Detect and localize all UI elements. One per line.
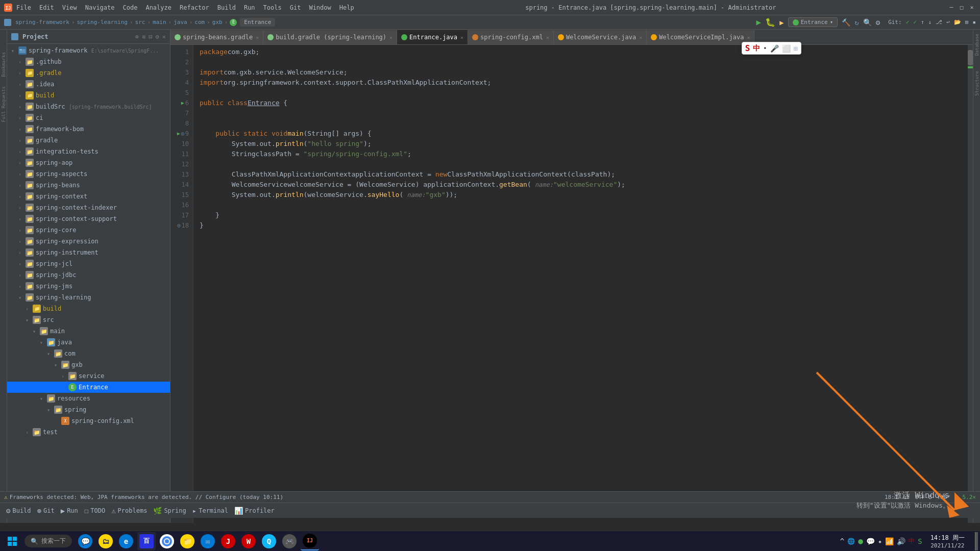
menu-run[interactable]: Run bbox=[244, 4, 255, 11]
tree-spring-jms[interactable]: › 📁 spring-jms bbox=[7, 281, 170, 292]
git-arrow-down[interactable]: ↓ bbox=[928, 19, 932, 26]
git-checkmark1[interactable]: ✓ bbox=[906, 19, 910, 26]
taskbar-app-browser-ie[interactable]: e bbox=[117, 532, 135, 550]
close-entrance-java[interactable]: ✕ bbox=[460, 35, 463, 40]
menu-build[interactable]: Build bbox=[217, 4, 236, 11]
breadcrumb-src[interactable]: src bbox=[135, 19, 145, 26]
tray-bluetooth[interactable]: ✦ bbox=[878, 537, 882, 545]
collapse-all-icon[interactable]: ≡ bbox=[142, 33, 145, 40]
problems-toolbar-btn[interactable]: ⚠ Problems bbox=[109, 506, 149, 516]
taskbar-app-wps[interactable]: W bbox=[239, 532, 258, 550]
close-panel-icon[interactable]: ✕ bbox=[162, 33, 166, 40]
ime-settings[interactable]: ⊞ bbox=[794, 44, 798, 53]
tab-entrance-java[interactable]: Entrance.java ✕ bbox=[397, 30, 468, 44]
search-action[interactable]: 🔍 bbox=[863, 18, 872, 27]
tab-welcome-service-impl[interactable]: WelcomeServiceImpl.java ✕ bbox=[647, 30, 754, 44]
menu-edit[interactable]: Edit bbox=[39, 4, 54, 11]
build-action[interactable]: 🔨 bbox=[842, 18, 850, 27]
tree-build[interactable]: › 📁 build bbox=[7, 90, 170, 101]
database-tab[interactable]: Database bbox=[974, 34, 979, 56]
breadcrumb-spring-framework[interactable]: spring-framework bbox=[15, 19, 69, 26]
tree-sl-service[interactable]: › 📁 service bbox=[7, 370, 170, 382]
ime-mic[interactable]: 🎤 bbox=[770, 44, 779, 53]
breadcrumb-gxb[interactable]: gxb bbox=[212, 19, 223, 26]
taskbar-app-red[interactable]: J bbox=[219, 532, 237, 550]
taskbar-app-chat[interactable]: 💬 bbox=[76, 532, 94, 550]
ime-lang-indicator[interactable]: 中 bbox=[753, 44, 760, 53]
git-branch[interactable]: ⎇ bbox=[936, 19, 942, 26]
tree-sl-spring-folder[interactable]: ▾ 📁 spring bbox=[7, 404, 170, 415]
tree-gradle-dot[interactable]: › 📁 .gradle bbox=[7, 67, 170, 79]
tree-spring-context-indexer[interactable]: › 📁 spring-context-indexer bbox=[7, 202, 170, 213]
tree-spring-context[interactable]: › 📁 spring-context bbox=[7, 191, 170, 202]
tree-sl-test[interactable]: › 📁 test bbox=[7, 427, 170, 438]
tree-spring-context-support[interactable]: › 📁 spring-context-support bbox=[7, 213, 170, 224]
indent-type[interactable]: Tab* bbox=[937, 494, 951, 500]
git-push-info[interactable]: ↑ 5.2× bbox=[955, 494, 976, 500]
tray-expand[interactable]: ^ bbox=[840, 537, 844, 545]
close-button[interactable]: ✕ bbox=[968, 4, 976, 12]
sync-action[interactable]: ↻ bbox=[854, 18, 859, 27]
tree-spring-aop[interactable]: › 📁 spring-aop bbox=[7, 157, 170, 168]
start-button[interactable] bbox=[2, 532, 22, 550]
run-config-dropdown[interactable]: Entrance ▾ bbox=[788, 17, 838, 27]
breadcrumb-main[interactable]: main bbox=[153, 19, 166, 26]
git-toolbar-btn[interactable]: ⊛ Git bbox=[35, 506, 57, 516]
bookmarks-tab[interactable]: Bookmarks bbox=[0, 50, 7, 79]
breadcrumb-java[interactable]: java bbox=[174, 19, 187, 26]
run-button[interactable]: ▶ bbox=[756, 17, 762, 27]
tree-sl-build[interactable]: › 📁 build bbox=[7, 303, 170, 314]
menu-tools[interactable]: Tools bbox=[263, 4, 282, 11]
menu-file[interactable]: File bbox=[16, 4, 31, 11]
layout-action[interactable]: ⊞ bbox=[965, 19, 969, 26]
close-welcome-service-impl[interactable]: ✕ bbox=[747, 35, 750, 40]
maximize-button[interactable]: □ bbox=[958, 4, 966, 12]
system-clock[interactable]: 14:18 周一 2021/11/22 bbox=[926, 534, 969, 549]
ime-grid[interactable]: ⬜ bbox=[782, 44, 791, 53]
breadcrumb-com[interactable]: com bbox=[194, 19, 205, 26]
tree-sl-src[interactable]: ▾ 📁 src bbox=[7, 314, 170, 325]
charset[interactable]: UTF-8 bbox=[915, 494, 932, 500]
breadcrumb-entrance[interactable]: Entrance bbox=[240, 18, 275, 27]
run-toolbar-btn[interactable]: ▶ Run bbox=[59, 506, 80, 516]
close-welcome-service[interactable]: ✕ bbox=[639, 35, 642, 40]
tray-ime[interactable]: 中 bbox=[909, 537, 915, 545]
spring-toolbar-btn[interactable]: 🌿 Spring bbox=[151, 506, 188, 516]
tree-ci[interactable]: › 📁 ci bbox=[7, 112, 170, 123]
tree-sl-resources[interactable]: ▾ 📁 resources bbox=[7, 393, 170, 404]
show-desktop-btn[interactable] bbox=[975, 532, 978, 550]
close-spring-config-xml[interactable]: ✕ bbox=[546, 35, 549, 40]
menu-help[interactable]: Help bbox=[339, 4, 354, 11]
taskbar-app-explorer[interactable]: 📁 bbox=[178, 532, 197, 550]
taskbar-app-intellij[interactable]: IJ bbox=[301, 532, 319, 550]
menu-view[interactable]: View bbox=[62, 4, 77, 11]
taskbar-app-mail[interactable]: ✉ bbox=[199, 532, 217, 550]
cursor-position[interactable]: 18:1 bbox=[885, 494, 898, 500]
tray-speaker[interactable]: 🔊 bbox=[897, 537, 905, 545]
todo-toolbar-btn[interactable]: ☐ TODO bbox=[82, 506, 107, 516]
tree-spring-aspects[interactable]: › 📁 spring-aspects bbox=[7, 168, 170, 180]
full-requests-tab[interactable]: Full Requests bbox=[0, 84, 7, 124]
taskbar-search[interactable]: 🔍 搜索一下 bbox=[24, 535, 72, 547]
tray-chat-icon[interactable]: 💬 bbox=[866, 537, 875, 545]
tree-spring-instrument[interactable]: › 📁 spring-instrument bbox=[7, 247, 170, 258]
menu-analyze[interactable]: Analyze bbox=[145, 4, 172, 11]
git-checkmark2[interactable]: ✓ bbox=[913, 19, 917, 26]
tree-gradle[interactable]: › 📁 gradle bbox=[7, 135, 170, 146]
undo-action[interactable]: ↩ bbox=[946, 19, 950, 26]
sort-icon[interactable]: ⊟ bbox=[149, 33, 152, 40]
tree-github[interactable]: › 📁 .github bbox=[7, 56, 170, 67]
taskbar-app-qq[interactable]: Q bbox=[260, 532, 278, 550]
tree-spring-beans[interactable]: › 📁 spring-beans bbox=[7, 180, 170, 191]
tree-spring-core[interactable]: › 📁 spring-core bbox=[7, 224, 170, 236]
menu-navigate[interactable]: Navigate bbox=[85, 4, 115, 11]
project-root[interactable]: ▾ spring-framework E:\software\SpringF..… bbox=[7, 45, 170, 56]
tree-spring-expression[interactable]: › 📁 spring-expression bbox=[7, 236, 170, 247]
menu-git[interactable]: Git bbox=[290, 4, 301, 11]
close-spring-beans-gradle[interactable]: ✕ bbox=[256, 35, 259, 40]
more-action[interactable]: ▪ bbox=[972, 19, 976, 26]
editor-scrollbar[interactable] bbox=[968, 45, 973, 523]
tree-spring-jcl[interactable]: › 📁 spring-jcl bbox=[7, 258, 170, 269]
terminal-toolbar-btn[interactable]: ▸ Terminal bbox=[190, 506, 230, 516]
gear-icon[interactable]: ⚙ bbox=[156, 33, 159, 40]
